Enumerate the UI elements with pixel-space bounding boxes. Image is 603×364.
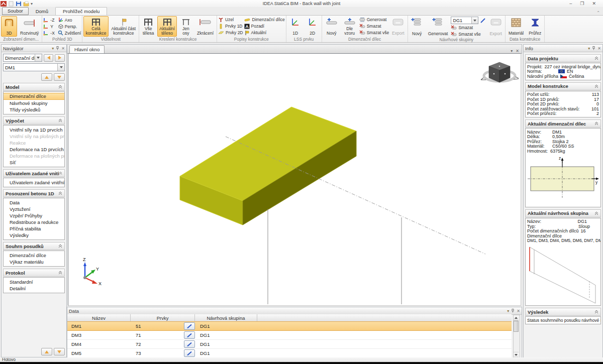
section-protokol[interactable]: Protokol bbox=[3, 269, 65, 277]
nav-item-vyztuzeni[interactable]: Vyztužení bbox=[4, 206, 64, 212]
btn-dimenzacni-dilce-label[interactable]: Dimenzační dílce bbox=[244, 17, 285, 23]
btn-vse-telesa[interactable]: Vše tělesa bbox=[140, 16, 156, 37]
column-header-prvky[interactable]: Prvky bbox=[131, 314, 195, 321]
nav-item-pricna-stabilita[interactable]: Příčná stabilita bbox=[4, 225, 64, 232]
btn-ns-generovat[interactable]: Generovat bbox=[426, 16, 450, 37]
edit-pencil-button[interactable] bbox=[184, 331, 195, 339]
btn-rozvinuty[interactable]: Rozvinutý bbox=[18, 16, 41, 37]
nav-scroll-up-button[interactable] bbox=[41, 348, 52, 355]
column-header-navrhova-skupina[interactable]: Návrhová skupina bbox=[195, 314, 257, 321]
table-scrollbar[interactable] bbox=[513, 315, 520, 358]
nav-item-vzper-pruhyby[interactable]: Vzpěr/ Průhyby bbox=[4, 212, 64, 219]
btn-prurez[interactable]: Průřez bbox=[527, 16, 543, 37]
nav-item-deformace-1d[interactable]: Deformace na 1D prvcích bbox=[4, 146, 64, 153]
navigator-type-combobox[interactable]: Dimenzační dílec bbox=[3, 54, 42, 62]
btn-dd-generovat[interactable]: Generovat bbox=[359, 17, 389, 23]
btn-3d[interactable]: 3D bbox=[1, 16, 17, 37]
main-window-close-icon[interactable]: ✕ bbox=[516, 49, 519, 53]
column-header-nazev[interactable]: Název bbox=[67, 314, 131, 321]
tab-prohlizec-modelu[interactable]: Prohlížeč modelu bbox=[55, 7, 107, 15]
nav-item-dimenzacni-dilce[interactable]: Dimenzační dílce bbox=[4, 93, 64, 100]
btn-dd-novy[interactable]: Nový bbox=[323, 16, 340, 37]
btn-view-persp[interactable]: Persp. bbox=[58, 24, 81, 30]
btn-aktualni-teleso[interactable]: Aktuální těleso bbox=[157, 16, 177, 37]
section-posouzeni-betonu[interactable]: Posouzení betonu 1D bbox=[3, 189, 65, 197]
edit-pencil-button[interactable] bbox=[184, 322, 195, 330]
nav-item-detailni[interactable]: Detailní bbox=[4, 285, 64, 292]
table-row[interactable]: DM1 51 DG1 bbox=[67, 321, 512, 331]
nav-item-navrhove-skupiny[interactable]: Návrhové skupiny bbox=[4, 100, 64, 106]
btn-pozadi[interactable]: A Pozadí bbox=[244, 23, 285, 29]
nav-item-vykaz-materialu[interactable]: Výkaz materiálu bbox=[4, 259, 64, 265]
nav-item-vysledky[interactable]: Výsledky bbox=[4, 232, 64, 238]
pin-icon[interactable] bbox=[511, 309, 515, 313]
btn-uzel[interactable]: Uzel bbox=[218, 17, 243, 23]
panel-dropdown-icon[interactable]: ▾ bbox=[588, 46, 590, 51]
navigator-member-combobox[interactable]: DM1 bbox=[3, 63, 65, 71]
move-down-button[interactable] bbox=[54, 73, 65, 81]
orbit-cube-widget[interactable] bbox=[481, 62, 519, 82]
edit-pencil-button[interactable] bbox=[184, 349, 195, 357]
btn-dd-dle-vzoru[interactable]: Dle vzoru bbox=[341, 16, 358, 37]
qat-dropdown-icon[interactable]: ▾ bbox=[31, 2, 33, 6]
ribbon-collapse-icon[interactable]: ⌃ bbox=[596, 11, 600, 15]
section-aktualni-navrhova-skupina[interactable]: Aktuální návrhová skupina bbox=[525, 209, 601, 217]
panel-close-icon[interactable]: ✕ bbox=[597, 46, 601, 51]
section-data-projektu[interactable]: Data projektu bbox=[525, 54, 601, 62]
design-group-combobox[interactable]: DG1 bbox=[451, 17, 478, 24]
scroll-up-arrow[interactable] bbox=[514, 315, 519, 321]
main-window-dropdown-icon[interactable]: ▾ bbox=[511, 49, 513, 53]
btn-aktualni-label[interactable]: Aktuální bbox=[244, 30, 285, 36]
btn-ns-smazat[interactable]: Smazat bbox=[451, 25, 486, 31]
btn-lss-1d[interactable]: 1D bbox=[287, 16, 304, 37]
btn-view-y[interactable]: Y bbox=[43, 24, 55, 30]
pin-icon[interactable] bbox=[56, 46, 59, 50]
btn-ns-novy[interactable]: Nový bbox=[409, 16, 425, 37]
btn-dd-smazat[interactable]: Smazat bbox=[359, 23, 389, 29]
btn-ns-smazat-vse[interactable]: Smazat vše bbox=[451, 31, 486, 37]
btn-zkraceni[interactable]: Zkrácení bbox=[195, 16, 216, 37]
section-vypocet[interactable]: Výpočet bbox=[3, 116, 65, 125]
section-uzivatelem-zadane[interactable]: Uživatelem zadané vnitřní s bbox=[3, 169, 65, 177]
table-row[interactable]: DM3 71 DG1 bbox=[67, 331, 512, 340]
next-item-button[interactable] bbox=[55, 54, 65, 62]
nav-item-redistribuce[interactable]: Redistribuce a redukce bbox=[4, 219, 64, 225]
btn-view-axo[interactable]: Axo bbox=[58, 17, 81, 23]
section-souhrn-posudku[interactable]: Souhrn posudků bbox=[3, 242, 65, 250]
prev-item-button[interactable] bbox=[44, 54, 54, 62]
new-file-icon[interactable] bbox=[8, 1, 14, 7]
restore-button[interactable]: ❐ bbox=[580, 1, 584, 6]
section-model-konstrukce[interactable]: Model konstrukce bbox=[525, 82, 601, 90]
tab-domu[interactable]: Domů bbox=[29, 8, 55, 15]
btn-aktualni-cast-konstrukce[interactable]: Aktuální část konstrukce bbox=[110, 16, 138, 37]
btn-zoom[interactable]: Zvětšení bbox=[58, 30, 81, 36]
scroll-down-arrow[interactable] bbox=[514, 352, 519, 357]
edit-pencil-icon[interactable] bbox=[480, 17, 486, 24]
btn-view-minus-x[interactable]: -X bbox=[43, 30, 55, 36]
save-icon[interactable] bbox=[16, 1, 22, 7]
nav-item-tridy-vysledku[interactable]: Třídy výsledků bbox=[4, 106, 64, 113]
btn-cela-konstrukce[interactable]: Celá konstrukce bbox=[83, 16, 108, 37]
btn-prvky-2d[interactable]: Prvky 2D bbox=[218, 30, 243, 36]
panel-dropdown-icon[interactable]: ▾ bbox=[507, 309, 509, 313]
btn-dd-smazat-vse[interactable]: Smazat vše bbox=[359, 30, 389, 36]
pin-icon[interactable] bbox=[592, 46, 595, 50]
nav-item-standardni[interactable]: Standardní bbox=[4, 279, 64, 285]
tab-soubor[interactable]: Soubor bbox=[2, 7, 29, 15]
tab-hlavni-okno[interactable]: Hlavní okno bbox=[69, 45, 105, 53]
section-vysledek[interactable]: Výsledek bbox=[525, 308, 601, 316]
btn-jen-osy[interactable]: Jen osy bbox=[178, 16, 194, 37]
nav-item-uzivatelem-zadane-sily[interactable]: Uživatelem zadané vnitřní síly bbox=[4, 179, 64, 186]
section-model[interactable]: Model bbox=[3, 83, 65, 91]
btn-view-minus-z[interactable]: -Z bbox=[43, 17, 55, 23]
open-folder-icon[interactable] bbox=[23, 1, 29, 7]
panel-close-icon[interactable]: ✕ bbox=[61, 46, 65, 51]
nav-item-data[interactable]: Data bbox=[4, 199, 64, 206]
minimize-button[interactable]: – bbox=[569, 1, 572, 6]
edit-pencil-button[interactable] bbox=[184, 340, 195, 348]
nav-item-souhrn-dimenzacni-dilce[interactable]: Dimenzační dílce bbox=[4, 252, 64, 259]
viewport-3d[interactable]: Z Y X bbox=[68, 53, 521, 306]
panel-close-icon[interactable]: ✕ bbox=[517, 309, 520, 313]
scrollbar-thumb[interactable] bbox=[514, 321, 519, 332]
nav-item-sit[interactable]: Síť bbox=[4, 159, 64, 166]
